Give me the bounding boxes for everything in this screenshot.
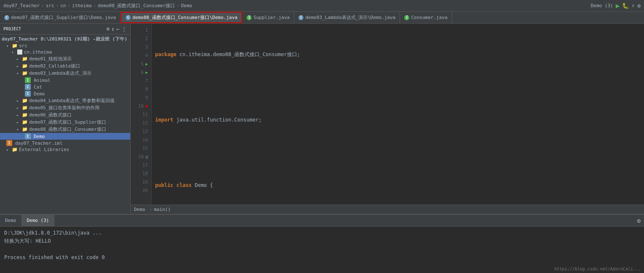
sort-icon[interactable]: ↕ <box>111 26 115 32</box>
bottom-tab-demo[interactable]: Demo <box>0 215 22 226</box>
tree-label: Animal <box>34 78 51 83</box>
tab-demo03-lambda[interactable]: C demo03_Lambda表达式_演示\Demo.java <box>294 12 400 23</box>
tab-supplier[interactable]: I Supplier.java <box>242 12 294 23</box>
folder-icon: 📁 <box>12 43 18 49</box>
folder-icon: 📁 <box>12 147 18 152</box>
tree-item-ext-libs[interactable]: ▸ 📁 External Libraries <box>0 146 130 153</box>
profile-button[interactable]: ⚙ <box>637 3 641 9</box>
expand-arrow: ▾ <box>11 50 16 54</box>
ln-13: 13 <box>132 127 150 136</box>
ln-8: 8 <box>132 85 150 94</box>
ln-2: 2 <box>132 35 150 43</box>
tab-consumer[interactable]: I Consumer.java <box>400 12 452 23</box>
tree-item-demo04[interactable]: ▸ 📁 demo04_Lambda表达式_带参数和返回值 <box>0 97 130 104</box>
tree-item-iml[interactable]: I day07_Teacher.iml <box>0 140 130 146</box>
tree-label: demo01_线程池演示 <box>29 56 72 62</box>
ln-18: 18 <box>132 170 150 178</box>
settings-gear-icon[interactable]: ⚙ <box>637 217 641 224</box>
breadcrumb-item: demo08_函数式接口_Consumer接口 <box>98 3 175 9</box>
tree-label: Cat <box>34 84 42 90</box>
expand-arrow: ▾ <box>6 44 11 48</box>
gear-icon[interactable]: ⋮ <box>121 26 127 32</box>
tab-label: demo08_函数式接口_Consumer接口\Demo.java <box>132 14 237 21</box>
watermark: https://blog.csdn.net/AdornCali... <box>554 267 641 271</box>
tree-item-demo01[interactable]: ▸ 📁 demo01_线程池演示 <box>0 55 130 62</box>
ln-16: 16@ <box>132 153 150 161</box>
tree-label: demo06_函数式接口 <box>29 112 72 118</box>
breadcrumb: day07_Teacher › src › cn › itheima › dem… <box>3 3 192 9</box>
tree-item-demo08[interactable]: ▾ 📁 demo08_函数式接口_Consumer接口 <box>0 126 130 133</box>
tree-item-demo06[interactable]: ▸ 📁 demo06_函数式接口 <box>0 111 130 119</box>
tree-item-demo05[interactable]: ▸ 📁 demo05_接口在类库架构中的作用 <box>0 104 130 111</box>
tree-item-demo03[interactable]: ▾ 📁 demo03_Lambda表达式_演示 <box>0 70 130 77</box>
tab-icon: C <box>126 15 131 20</box>
add-icon[interactable]: ⊕ <box>107 26 110 32</box>
folder-icon: 📁 <box>22 105 28 111</box>
folder-icon: 📁 <box>22 127 28 132</box>
ln-10: 10● <box>132 102 150 111</box>
tree-label: demo05_接口在类库架构中的作用 <box>29 105 99 111</box>
tab-demo07-supplier[interactable]: C demo07_函数式接口_Supplier接口\Demo.java <box>0 12 121 23</box>
expand-arrow: ▸ <box>16 120 21 124</box>
ln-12: 12 <box>132 119 150 127</box>
code-line-1: package cn.itheima.demo08_函数式接口_Consumer… <box>155 51 641 59</box>
ln-7: 7 <box>132 77 150 85</box>
code-editor[interactable]: 1 2 3 4 5▶ 6▶ 7 8 9 10● 11 12 13 14 15 1… <box>131 24 644 205</box>
code-line-4 <box>155 149 641 157</box>
tree-item-src[interactable]: ▾ 📁 src <box>0 43 130 49</box>
bottom-panel: Demo Demo (3) ⚙ D:\JDK\jdk1.8.0_172\bin\… <box>0 214 644 273</box>
bottom-tab-demo3[interactable]: Demo (3) <box>22 215 55 226</box>
tree-item-demo07[interactable]: ▸ 📁 demo07_函数式接口_Supplier接口 <box>0 119 130 126</box>
tree-label: cn.itheima <box>24 49 52 55</box>
breadcrumb-demo: Demo <box>134 207 145 212</box>
ln-4: 4 <box>132 51 150 60</box>
expand-arrow: ▸ <box>16 99 21 103</box>
tab-label: Consumer.java <box>411 15 447 20</box>
tree-label: demo07_函数式接口_Supplier接口 <box>29 119 106 125</box>
tree-item-demo03-demo[interactable]: C Demo <box>0 90 130 97</box>
tree-item-animal[interactable]: I Animal <box>0 77 130 84</box>
tab-icon: C <box>298 15 303 20</box>
console-line-1: D:\JDK\jdk1.8.0_172\bin\java ... <box>4 229 640 237</box>
package-icon: ⬜ <box>17 49 23 55</box>
top-bar: day07_Teacher › src › cn › itheima › dem… <box>0 0 644 12</box>
expand-arrow: ▸ <box>16 113 21 117</box>
tree-item-demo02[interactable]: ▸ 📁 demo02_Callable接口 <box>0 62 130 70</box>
expand-arrow: ▸ <box>16 106 21 110</box>
tree-label: demo02_Callable接口 <box>29 63 80 69</box>
tree-item-cat[interactable]: C Cat <box>0 84 130 90</box>
console-exit: Process finished with exit code 0 <box>4 254 105 262</box>
ln-14: 14 <box>132 136 150 144</box>
breadcrumb-sep: › <box>150 207 153 212</box>
ln-20: 20 <box>132 187 150 195</box>
tree-item-cn-itheima[interactable]: ▾ ⬜ cn.itheima <box>0 49 130 55</box>
tab-label: demo07_函数式接口_Supplier接口\Demo.java <box>11 14 116 21</box>
breadcrumb-item: day07_Teacher <box>3 3 40 8</box>
expand-arrow: ▸ <box>16 64 21 68</box>
ln-19: 19 <box>132 178 150 187</box>
console-blank <box>4 245 7 253</box>
ln-11: 11 <box>132 111 150 119</box>
bottom-tab-right: ⚙ <box>637 215 644 226</box>
ln-1: 1 <box>132 26 150 35</box>
tab-demo08-consumer[interactable]: C demo08_函数式接口_Consumer接口\Demo.java <box>121 12 242 23</box>
folder-icon: 📁 <box>22 70 28 76</box>
debug-button[interactable]: 🐛 <box>622 3 629 9</box>
tree-item-demo08-demo[interactable]: C Demo <box>0 133 130 140</box>
breadcrumb-main: main() <box>154 207 171 212</box>
line-numbers: 1 2 3 4 5▶ 6▶ 7 8 9 10● 11 12 13 14 15 1… <box>131 24 152 205</box>
file-icon: C <box>25 91 31 97</box>
console-line-4: Process finished with exit code 0 <box>4 254 640 262</box>
tree-label: day07_Teacher.iml <box>15 141 63 146</box>
breadcrumb-item: src <box>46 3 54 8</box>
collapse-icon[interactable]: ← <box>116 26 120 32</box>
code-content[interactable]: package cn.itheima.demo08_函数式接口_Consumer… <box>152 24 644 205</box>
run-config-label: Demo (3) <box>591 3 613 8</box>
sidebar-toolbar: ⊕ ↕ ← ⋮ <box>107 26 127 32</box>
ln-3: 3 <box>132 43 150 51</box>
code-line-3: import java.util.function.Consumer; <box>155 116 641 124</box>
run-button[interactable]: ▶ <box>616 2 620 10</box>
coverage-button[interactable]: ⚡ <box>631 3 635 9</box>
ln-9: 9 <box>132 94 150 102</box>
expand-arrow: ▸ <box>16 57 21 61</box>
